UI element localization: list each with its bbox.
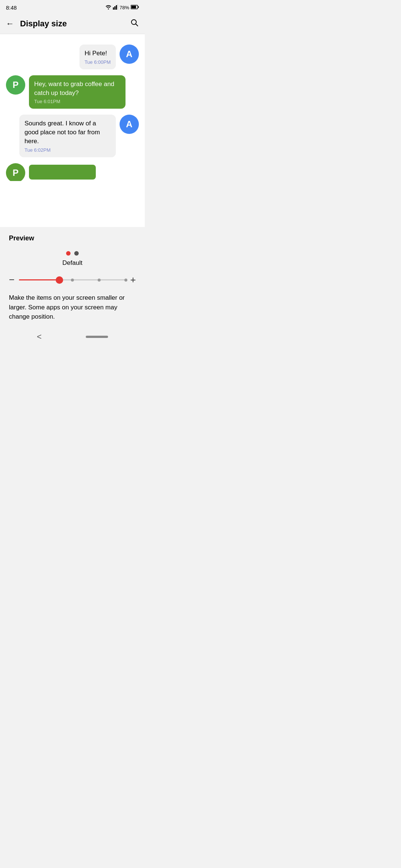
nav-home-pill[interactable]: [86, 336, 108, 338]
slider-tick-2: [98, 279, 101, 282]
status-icons: 78%: [105, 4, 139, 11]
message-bubble-1: Hi Pete! Tue 6:00PM: [79, 45, 116, 69]
bubble-wrap-1: Hi Pete! Tue 6:00PM: [79, 45, 120, 69]
message-text-1: Hi Pete!: [85, 49, 111, 58]
bubble-partial: [29, 165, 96, 180]
nav-bar: <: [0, 328, 145, 350]
preview-label: Preview: [9, 234, 136, 242]
svg-rect-4: [117, 4, 118, 10]
message-time-3: Tue 6:02PM: [25, 147, 111, 153]
page-title: Display size: [20, 19, 67, 29]
dot-active[interactable]: [66, 251, 71, 256]
app-bar-left: ← Display size: [6, 19, 67, 29]
status-bar: 8:48 78%: [0, 0, 145, 13]
default-label: Default: [9, 259, 136, 267]
message-time-1: Tue 6:00PM: [85, 59, 111, 65]
message-time-2: Tue 6:01PM: [34, 99, 120, 104]
avatar-p-1: P: [6, 75, 25, 95]
message-text-2: Hey, want to grab coffee and catch up to…: [34, 80, 120, 98]
signal-icon: [113, 4, 118, 11]
svg-rect-1: [113, 7, 114, 10]
slider-decrease-button[interactable]: −: [9, 274, 14, 286]
avatar-a-2: A: [120, 115, 139, 134]
message-row-2: P Hey, want to grab coffee and catch up …: [6, 75, 139, 109]
message-row-1: Hi Pete! Tue 6:00PM A: [6, 45, 139, 69]
bubble-wrap-2: Hey, want to grab coffee and catch up to…: [25, 75, 125, 109]
svg-rect-6: [138, 6, 139, 8]
slider-tick-1: [71, 279, 74, 282]
svg-point-0: [108, 8, 109, 9]
avatar-a-1: A: [120, 45, 139, 64]
dots-indicator: [9, 251, 136, 256]
search-icon[interactable]: [130, 18, 139, 29]
svg-line-9: [136, 24, 138, 26]
svg-rect-7: [131, 6, 136, 9]
message-row-3: Sounds great. I know of a good place not…: [6, 115, 139, 157]
back-button[interactable]: ←: [6, 19, 14, 29]
slider-track-wrap[interactable]: [19, 276, 126, 285]
status-time: 8:48: [6, 4, 17, 11]
message-bubble-3: Sounds great. I know of a good place not…: [19, 115, 116, 157]
message-row-partial: P: [6, 163, 139, 181]
svg-rect-3: [116, 5, 117, 10]
slider-tick-3: [124, 279, 127, 282]
controls-section: Preview Default − + Make the items on yo…: [0, 227, 145, 328]
wifi-icon: [105, 4, 111, 11]
slider-increase-button[interactable]: +: [130, 274, 136, 286]
app-bar: ← Display size: [0, 13, 145, 34]
nav-back-icon[interactable]: <: [37, 332, 42, 342]
battery-percent: 78%: [120, 5, 129, 10]
slider-row: − +: [9, 274, 136, 286]
battery-icon: [131, 4, 139, 11]
bubble-wrap-3: Sounds great. I know of a good place not…: [19, 115, 120, 157]
svg-rect-2: [114, 6, 115, 10]
dot-inactive[interactable]: [74, 251, 79, 256]
message-bubble-2: Hey, want to grab coffee and catch up to…: [29, 75, 125, 109]
slider-track[interactable]: [19, 279, 126, 280]
avatar-p-partial: P: [6, 163, 25, 181]
slider-thumb[interactable]: [56, 276, 63, 284]
preview-messages: Hi Pete! Tue 6:00PM A P Hey, want to gra…: [0, 34, 145, 227]
message-text-3: Sounds great. I know of a good place not…: [25, 119, 111, 145]
description-text: Make the items on your screen smaller or…: [9, 293, 136, 322]
slider-fill: [19, 279, 59, 280]
